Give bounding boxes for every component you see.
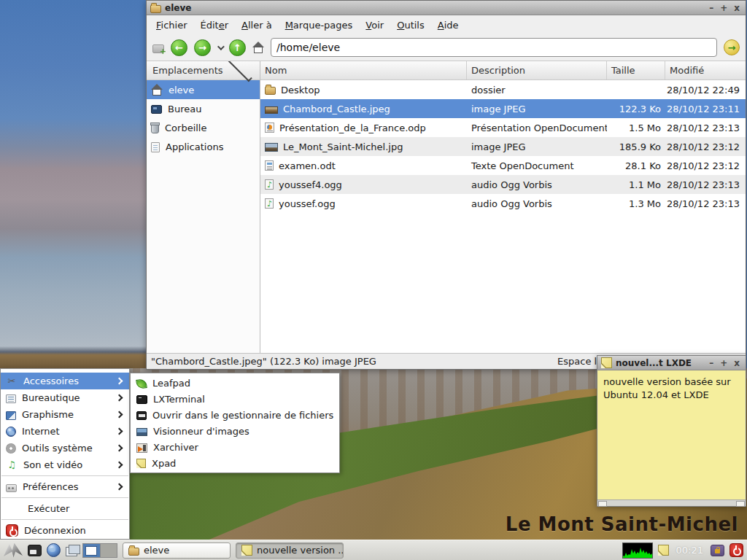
xpad-titlebar[interactable]: nouvel...t LXDE – + x [597, 356, 746, 370]
wallpaper-caption: Le Mont Saint-Michel [506, 513, 738, 535]
go-button[interactable]: → [724, 39, 740, 55]
sticky-note-icon [241, 545, 252, 556]
menu-item-graphisme[interactable]: Graphisme [1, 406, 129, 423]
image-viewer-icon [136, 428, 147, 436]
file-row-youssef4[interactable]: youssef4.ogg audio Ogg Vorbis 1.1 Mo 28/… [260, 175, 746, 194]
file-row-desktop[interactable]: Desktop dossier 28/10/12 22:49 [260, 80, 746, 99]
close-button[interactable]: x [734, 4, 740, 12]
web-browser-launcher[interactable] [47, 543, 61, 557]
maximize-button[interactable]: + [720, 359, 727, 368]
menu-item-internet[interactable]: Internet [1, 423, 129, 440]
xpad-tray-icon[interactable] [658, 545, 669, 556]
new-window-icon[interactable] [152, 44, 164, 53]
maximize-button[interactable]: + [720, 4, 727, 12]
sidebar-item-label: eleve [169, 85, 194, 96]
start-menu: ✂ Accessoires Bureautique Graphisme Inte… [0, 368, 130, 540]
menu-aide[interactable]: Aide [431, 18, 465, 33]
file-row-chambord-castle[interactable]: Chambord_Castle.jpeg image JPEG 122.3 Ko… [260, 99, 746, 118]
wallpaper-sky [0, 0, 146, 368]
xpad-resize-bar[interactable] [597, 499, 746, 506]
file-size: 28.1 Ko [607, 156, 665, 175]
lxde-menu-button[interactable] [4, 543, 23, 558]
submenu-item-lxterminal[interactable]: LXTerminal [131, 391, 339, 407]
history-dropdown-icon[interactable] [217, 43, 225, 50]
menu-label: ller à [248, 20, 272, 31]
fm-window-controls: – + x [709, 4, 742, 12]
sidebar-item-eleve[interactable]: eleve [147, 80, 260, 99]
back-button[interactable]: ← [171, 39, 187, 56]
address-bar[interactable] [271, 38, 717, 57]
sidebar-header-label: Emplacements [152, 65, 223, 76]
menu-item-label: Préférences [23, 481, 111, 492]
column-header-description[interactable]: Description [467, 61, 607, 79]
lock-screen-icon[interactable] [711, 545, 724, 556]
minimize-button[interactable]: – [709, 4, 713, 12]
menu-fichier[interactable]: Fichier [150, 18, 194, 33]
workspace-1[interactable] [83, 544, 100, 557]
menu-item-executer[interactable]: Exécuter [1, 500, 129, 517]
home-icon[interactable] [252, 42, 264, 53]
shutdown-button[interactable] [729, 543, 743, 557]
fm-titlebar[interactable]: eleve – + x [147, 1, 746, 15]
menu-separator [1, 519, 128, 520]
file-size: 1.5 Mo [607, 118, 665, 137]
workspace-pager[interactable] [82, 543, 117, 558]
sticky-note-icon [601, 357, 612, 368]
sidebar-item-bureau[interactable]: Bureau [147, 99, 260, 118]
file-name: Chambord_Castle.jpeg [283, 104, 390, 114]
column-header-nom[interactable]: Nom [260, 61, 467, 79]
menu-item-son-et-video[interactable]: ♫ Son et vidéo [1, 456, 129, 473]
file-modified: 28/10/12 23:11 [665, 99, 746, 118]
submenu-item-xpad[interactable]: Xpad [131, 455, 339, 471]
file-name: examen.odt [279, 160, 336, 171]
menu-outils[interactable]: Outils [390, 18, 431, 33]
sidebar-item-applications[interactable]: Applications [147, 137, 260, 156]
chevron-right-icon [116, 462, 123, 469]
submenu-item-label: Ouvrir dans le gestionnaire de fichiers [152, 410, 333, 421]
menu-item-label: Bureautique [22, 392, 111, 403]
file-row-le-mont-saint-michel[interactable]: Le_Mont_Saint-Michel.jpg image JPEG 185.… [260, 137, 746, 156]
sidebar-item-corbeille[interactable]: Corbeille [147, 118, 260, 137]
workspace-2[interactable] [100, 544, 117, 557]
file-manager-launcher[interactable] [28, 545, 42, 556]
submenu-item-ouvrir-gestionnaire[interactable]: Ouvrir dans le gestionnaire de fichiers [131, 407, 339, 423]
menu-item-bureautique[interactable]: Bureautique [1, 389, 129, 406]
submenu-item-xarchiver[interactable]: Xarchiver [131, 439, 339, 455]
menu-item-outils-systeme[interactable]: Outils système [1, 440, 129, 456]
file-row-presentation[interactable]: Présentation_de_la_France.odp Présentati… [260, 118, 746, 137]
task-button-eleve[interactable]: eleve [123, 542, 231, 559]
show-desktop-button[interactable] [66, 547, 77, 556]
menu-item-preferences[interactable]: Préférences [1, 478, 129, 495]
folder-icon [265, 87, 276, 95]
close-button[interactable]: x [734, 359, 740, 368]
forward-button[interactable]: → [194, 39, 211, 56]
file-size [607, 80, 665, 99]
sidebar-item-label: Applications [166, 141, 223, 152]
menu-aller-a[interactable]: Aller à [235, 18, 279, 33]
column-header-modifie[interactable]: Modifié [665, 61, 746, 79]
menu-item-deconnexion[interactable]: Déconnexion [1, 522, 129, 539]
submenu-item-label: Visionneur d'images [153, 426, 249, 437]
xpad-window-title: nouvel...t LXDE [616, 358, 705, 368]
menu-voir[interactable]: Voir [359, 18, 390, 33]
column-header-taille[interactable]: Taille [607, 61, 665, 79]
fm-main-area: Emplacements eleve Bureau Corbeille [147, 61, 746, 353]
file-row-examen[interactable]: examen.odt Texte OpenDocument 28.1 Ko 28… [260, 156, 746, 175]
menu-marque-pages[interactable]: Marque-pages [279, 18, 360, 33]
submenu-item-visionneur-images[interactable]: Visionneur d'images [131, 423, 339, 439]
menu-editer[interactable]: Éditer [194, 18, 236, 33]
office-icon [6, 394, 16, 403]
minimize-button[interactable]: – [709, 359, 713, 368]
menu-item-accessoires[interactable]: ✂ Accessoires [1, 373, 129, 389]
sidebar-header[interactable]: Emplacements [147, 61, 260, 80]
taskbar-clock[interactable]: 00:21 [674, 545, 705, 556]
up-button[interactable]: ↑ [229, 39, 246, 56]
menu-label: A [438, 20, 444, 31]
task-button-nouvelle-version[interactable]: nouvelle version ... [236, 542, 344, 559]
cpu-monitor[interactable] [622, 542, 653, 559]
image-thumbnail-icon [265, 143, 278, 152]
folder-icon [150, 5, 161, 13]
submenu-item-leafpad[interactable]: Leafpad [131, 375, 339, 391]
xpad-note-text[interactable]: nouvelle version basée sur Ubuntu 12.04 … [597, 370, 746, 499]
file-row-youssef[interactable]: youssef.ogg audio Ogg Vorbis 1.3 Mo 28/1… [260, 194, 746, 213]
